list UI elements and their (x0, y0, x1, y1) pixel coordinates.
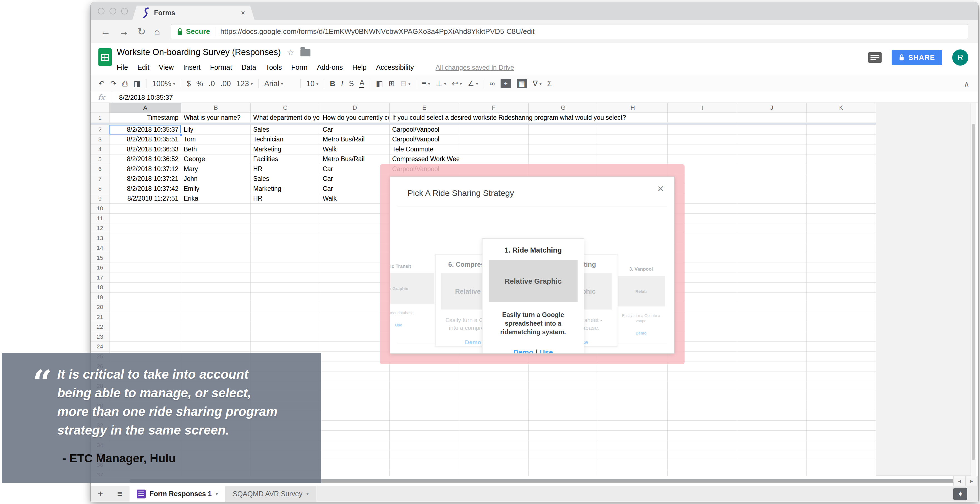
cell-H33[interactable] (598, 431, 668, 440)
cell-I3[interactable] (668, 135, 737, 145)
cell-D6[interactable]: Car (320, 164, 390, 174)
cell-A11[interactable] (110, 214, 181, 224)
cell-D26[interactable] (320, 361, 390, 372)
format-currency-icon[interactable]: $ (186, 79, 191, 88)
cell-J31[interactable] (737, 411, 807, 421)
cell-A20[interactable] (110, 302, 181, 312)
cell-B13[interactable] (181, 234, 251, 243)
cell-G30[interactable] (529, 401, 598, 411)
cell-H28[interactable] (598, 381, 668, 391)
cell-A14[interactable] (110, 243, 181, 253)
cell-K32[interactable] (807, 421, 876, 431)
cell-C2[interactable]: Sales (251, 125, 320, 135)
cell-F28[interactable] (459, 381, 529, 391)
cell-G31[interactable] (529, 411, 598, 421)
cell-K24[interactable] (807, 342, 876, 352)
column-header-J[interactable]: J (737, 103, 807, 113)
cell-D3[interactable]: Metro Bus/Rail (320, 135, 390, 145)
column-header-F[interactable]: F (459, 103, 529, 113)
close-tab-icon[interactable]: × (241, 9, 245, 17)
zoom-select[interactable]: 100%▾ (152, 79, 175, 88)
cell-I32[interactable] (668, 421, 737, 431)
format-percent-icon[interactable]: % (197, 79, 203, 88)
cell-D5[interactable]: Metro Bus/Rail (320, 154, 390, 164)
menu-format[interactable]: Format (210, 64, 232, 72)
row-number-21[interactable]: 21 (91, 312, 110, 322)
cell-K15[interactable] (807, 253, 876, 263)
cell-C17[interactable] (251, 273, 320, 283)
cell-E34[interactable] (390, 440, 459, 450)
cell-K29[interactable] (807, 391, 876, 401)
cell-G3[interactable] (529, 135, 598, 145)
cell-D8[interactable]: Car (320, 184, 390, 194)
cell-H3[interactable] (598, 135, 668, 145)
cell-E31[interactable] (390, 411, 459, 421)
cell-F4[interactable] (459, 145, 529, 154)
cell-J36[interactable] (737, 460, 807, 470)
cell-H29[interactable] (598, 391, 668, 401)
move-folder-icon[interactable] (301, 49, 310, 56)
cell-J4[interactable] (737, 145, 807, 154)
sheets-logo-icon[interactable] (99, 48, 112, 66)
cell-D12[interactable] (320, 223, 390, 234)
cell-F36[interactable] (459, 460, 529, 470)
cell-A13[interactable] (110, 234, 181, 243)
cell-B3[interactable]: Tom (181, 135, 251, 145)
cell-D31[interactable] (320, 411, 390, 421)
cell-I34[interactable] (668, 440, 737, 450)
row-number-6[interactable]: 6 (91, 164, 110, 174)
more-formats-select[interactable]: 123▾ (237, 79, 253, 88)
cell-E32[interactable] (390, 421, 459, 431)
insert-link-icon[interactable]: ∞ (490, 79, 495, 88)
cell-J7[interactable] (737, 174, 807, 184)
cell-G27[interactable] (529, 372, 598, 382)
horizontal-align-icon[interactable]: ≡▾ (422, 79, 430, 88)
cell-J33[interactable] (737, 431, 807, 440)
cell-E5[interactable]: Compressed Work Week (390, 154, 459, 164)
cell-C7[interactable]: Sales (251, 174, 320, 184)
cell-H34[interactable] (598, 440, 668, 450)
cell-D27[interactable] (320, 372, 390, 382)
cell-B23[interactable] (181, 332, 251, 342)
cell-J8[interactable] (737, 184, 807, 194)
column-header-C[interactable]: C (251, 103, 320, 113)
cell-B18[interactable] (181, 283, 251, 293)
cell-D35[interactable] (320, 450, 390, 460)
row-number-5[interactable]: 5 (91, 154, 110, 164)
cell-J28[interactable] (737, 381, 807, 391)
menu-view[interactable]: View (159, 64, 174, 72)
fill-handle[interactable] (180, 133, 183, 136)
cell-K10[interactable] (807, 204, 876, 214)
increase-decimal-icon[interactable]: .00 (220, 79, 231, 88)
cell-K3[interactable] (807, 135, 876, 145)
cell-B4[interactable]: Beth (181, 145, 251, 154)
cell-I29[interactable] (668, 391, 737, 401)
cell-K21[interactable] (807, 312, 876, 322)
cell-J29[interactable] (737, 391, 807, 401)
cell-J16[interactable] (737, 263, 807, 273)
strategy-card-far-left[interactable]: blic Transite Graphicadsheet database.Us… (390, 258, 439, 341)
cell-D29[interactable] (320, 391, 390, 401)
cell-A4[interactable]: 8/2/2018 10:36:33 (110, 145, 181, 154)
cell-F31[interactable] (459, 411, 529, 421)
cell-B14[interactable] (181, 243, 251, 253)
cell-B21[interactable] (181, 312, 251, 322)
cell-D7[interactable]: Car (320, 174, 390, 184)
cell-E2[interactable]: Carpool/Vanpool (390, 125, 459, 135)
row-number-13[interactable]: 13 (91, 234, 110, 243)
cell-B10[interactable] (181, 204, 251, 214)
cell-F35[interactable] (459, 450, 529, 460)
cell-F3[interactable] (459, 135, 529, 145)
cell-B5[interactable]: George (181, 154, 251, 164)
cell-B8[interactable]: Emily (181, 184, 251, 194)
cell-E1[interactable]: If you could select a desired worksite R… (390, 113, 459, 123)
cell-K20[interactable] (807, 302, 876, 312)
row-number-15[interactable]: 15 (91, 253, 110, 263)
cell-A23[interactable] (110, 332, 181, 342)
column-header-K[interactable]: K (807, 103, 876, 113)
cell-G29[interactable] (529, 391, 598, 401)
vertical-scrollbar-thumb[interactable] (972, 124, 975, 460)
cell-K23[interactable] (807, 332, 876, 342)
cell-D17[interactable] (320, 273, 390, 283)
strategy-card-center[interactable]: 1. Ride MatchingRelative GraphicEasily t… (482, 238, 584, 354)
